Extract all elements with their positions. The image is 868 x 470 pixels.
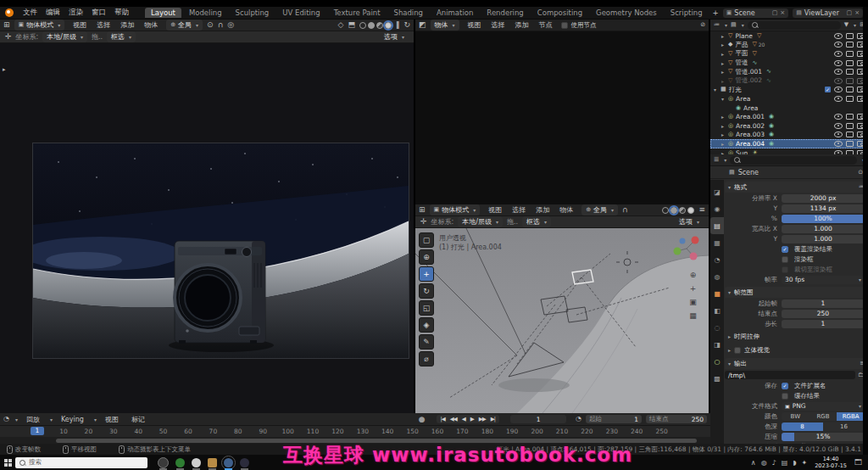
jump-to-start-button[interactable]: |◀ <box>438 416 448 422</box>
disable-in-viewports-icon[interactable] <box>846 33 854 39</box>
viewport-main-content[interactable]: ▸ <box>0 43 414 413</box>
shading-material-icon[interactable] <box>376 22 383 29</box>
camera-view-icon[interactable]: ▣ <box>687 296 698 307</box>
disable-in-viewports-icon[interactable] <box>846 78 854 84</box>
scale-tool[interactable]: ◱ <box>419 300 434 316</box>
disclosure-arrow[interactable]: ▸ <box>721 69 728 75</box>
tray-app-icon-1[interactable]: ▤ <box>782 459 788 467</box>
shading-material-icon[interactable] <box>679 207 686 214</box>
hide-in-viewport-icon[interactable] <box>834 42 843 48</box>
overlays-toggle-icon[interactable]: ⬒ <box>348 21 355 29</box>
property-slider[interactable]: 100% <box>782 215 865 223</box>
disclosure-arrow[interactable]: ▸ <box>721 114 728 120</box>
hide-in-viewport-icon[interactable] <box>834 131 843 137</box>
network-icon[interactable]: ◍ <box>761 459 767 467</box>
workspace-tab-shading[interactable]: Shading <box>387 8 429 18</box>
zoom-view-icon[interactable]: ⊕ <box>687 269 698 280</box>
start-button[interactable] <box>0 459 15 467</box>
timeline-ruler[interactable]: 1 10203040506070809010011012013014015016… <box>0 426 710 438</box>
properties-tab-data[interactable]: ○ <box>710 353 724 370</box>
viewport-menu-0[interactable]: 视图 <box>484 205 506 215</box>
snap-magnet-icon[interactable]: ∩ <box>622 206 628 214</box>
checkbox-文件扩展名[interactable]: ✓ <box>782 383 788 389</box>
viewport-menu-1[interactable]: 选择 <box>92 20 114 30</box>
header-menu-icon[interactable]: ≡ <box>698 206 705 214</box>
volume-icon[interactable]: ♪ <box>772 459 776 467</box>
outliner-item-area[interactable]: ▾◎Area <box>710 94 868 104</box>
toolbar-expand-arrow[interactable]: ▸ <box>3 67 6 73</box>
property-field[interactable]: 250 <box>782 310 865 318</box>
disclosure-arrow[interactable]: ▸ <box>721 60 728 66</box>
keying-menu[interactable]: Keying <box>57 416 88 423</box>
shader-menu-3[interactable]: 节点 <box>535 20 557 30</box>
panel-frame-range-title[interactable]: ▾帧范围 <box>725 287 868 298</box>
disclosure-arrow[interactable]: ▾ <box>714 87 721 92</box>
workspace-tab-compositing[interactable]: Compositing <box>531 8 588 18</box>
properties-tab-object[interactable]: ■ <box>710 285 724 302</box>
pivot-dropdown-icon[interactable]: ⊙ <box>207 21 214 29</box>
workspace-tab-sculpting[interactable]: Sculpting <box>230 8 275 18</box>
taskbar-search[interactable]: 搜索 <box>15 457 147 468</box>
proportional-edit-icon[interactable]: ◎ <box>227 21 234 29</box>
view-menu[interactable]: 视图 <box>101 415 123 424</box>
filter-icon[interactable]: ▼ <box>844 22 849 28</box>
outliner-item-area-001[interactable]: ▸◎Area.001◉ <box>710 112 868 121</box>
workspace-tab-geometry-nodes[interactable]: Geometry Nodes <box>590 8 663 18</box>
disclosure-arrow[interactable]: ▸ <box>721 33 728 39</box>
annotate-tool[interactable]: ✎ <box>419 334 434 350</box>
property-slider[interactable]: 15% <box>782 433 865 441</box>
shader-menu-1[interactable]: 选择 <box>487 20 509 30</box>
app-icon-2[interactable] <box>175 458 185 467</box>
workspace-tab-animation[interactable]: Animation <box>431 8 479 18</box>
outliner-item-管道[interactable]: ▸▽管道∿ <box>710 59 868 68</box>
viewport-menu-1[interactable]: 选择 <box>508 205 530 215</box>
notifications-icon[interactable]: 🗔 <box>854 458 862 467</box>
outliner-item-area-004[interactable]: ▸◎Area.004◉ <box>710 139 868 148</box>
checkbox-缓存结果[interactable] <box>782 393 788 400</box>
scene-selector[interactable]: ▣ Scene ▢ × <box>723 8 788 18</box>
app-icon-3[interactable] <box>192 458 201 467</box>
properties-tab-texture[interactable]: ▩ <box>710 370 724 387</box>
disable-in-viewports-icon[interactable] <box>846 42 854 48</box>
editor-type-icon[interactable]: ◩ <box>419 21 426 29</box>
new-scene-icon[interactable]: ▢ <box>772 9 778 16</box>
close-scene-icon[interactable]: × <box>780 9 785 16</box>
viewport-menu-0[interactable]: 视图 <box>69 20 91 30</box>
segment-RGB[interactable]: RGB <box>810 412 837 421</box>
cursor-tool[interactable]: ⊕ <box>419 249 434 265</box>
auto-keying-record-icon[interactable]: ● <box>419 416 426 423</box>
editor-type-icon[interactable]: ⊞ <box>419 206 426 214</box>
viewport-menu-2[interactable]: 添加 <box>116 20 138 30</box>
hide-in-viewport-icon[interactable] <box>834 123 843 129</box>
current-frame-field[interactable]: 1 <box>510 415 566 423</box>
tray-app-icon-3[interactable]: ✦ <box>802 459 808 467</box>
collapsed-panel-0[interactable]: ▸时间拉伸 <box>725 331 868 342</box>
disclosure-arrow[interactable]: ▸ <box>721 51 728 57</box>
play-reverse-button[interactable]: ◀ <box>459 416 468 422</box>
jump-to-end-button[interactable]: ▶| <box>488 416 498 422</box>
hide-in-viewport-icon[interactable] <box>834 60 843 66</box>
workspace-tab-texture-paint[interactable]: Texture Paint <box>328 8 387 18</box>
toggle-perspective-icon[interactable]: ▦ <box>687 310 698 321</box>
topbar-menu-2[interactable]: 渲染 <box>64 8 87 18</box>
segment-RGBA[interactable]: RGBA <box>837 412 865 421</box>
property-field[interactable]: 1 <box>782 320 865 328</box>
drag-mode-dropdown[interactable]: 框选▾ <box>522 216 551 227</box>
shader-type-dropdown[interactable]: 物体▾ <box>431 20 459 31</box>
segment-8[interactable]: 8 <box>782 422 823 431</box>
outliner-item-area-002[interactable]: ▸◎Area.002◉ <box>710 121 868 131</box>
snap-magnet-icon[interactable]: ∩ <box>218 21 224 29</box>
property-field[interactable]: 2000 px <box>782 194 865 203</box>
orientation-value-dropdown[interactable]: 本地/层级▾ <box>458 216 503 227</box>
shading-rendered-icon[interactable] <box>687 207 694 214</box>
hide-in-viewport-icon[interactable] <box>834 96 843 102</box>
viewport-secondary-content[interactable]: 用户透视 (1) 打光 | Area.004 ▢ ⊕ + ↻ ◱ ◈ ✎ ⌀ <box>415 228 709 413</box>
outliner-item-area-003[interactable]: ▸◎Area.003◉ <box>710 131 868 140</box>
orientation-dropdown[interactable]: ⊕全局▾ <box>581 204 618 215</box>
disable-in-viewports-icon[interactable] <box>846 96 854 102</box>
shading-wireframe-icon[interactable] <box>359 22 366 29</box>
disable-in-viewports-icon[interactable] <box>846 114 854 120</box>
property-dropdown[interactable]: 30 fps▾ <box>782 276 865 284</box>
shading-solid-icon[interactable] <box>368 22 375 29</box>
properties-tab-world[interactable]: ◍ <box>710 268 724 285</box>
